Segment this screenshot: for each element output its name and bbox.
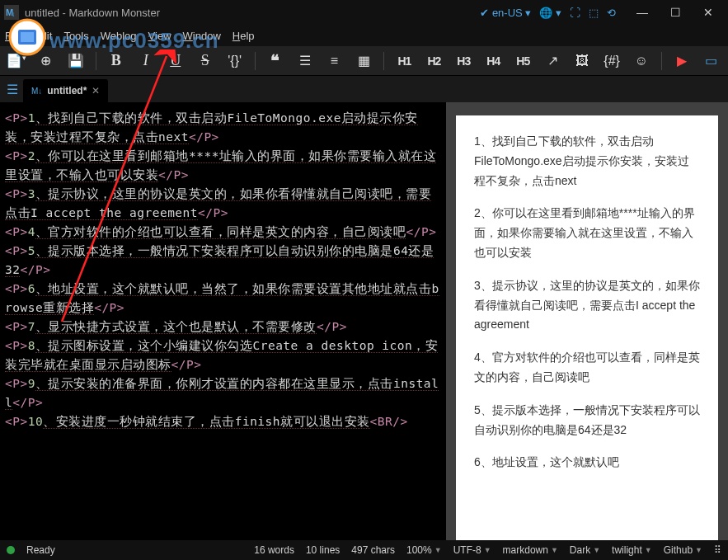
italic-button[interactable]: I [134,49,157,73]
preview-pane: 1、找到自己下载的软件，双击启动FileToMongo.exe启动提示你安装，安… [446,102,728,540]
menu-edit[interactable]: Edit [34,30,52,42]
menu-window[interactable]: Window [183,30,221,42]
preview-paragraph: 4、官方对软件的介绍也可以查看，同样是英文的内容，自己阅读吧 [474,348,700,388]
status-settings-icon[interactable]: ⠿ [714,544,721,556]
close-button[interactable]: ✕ [692,0,725,25]
h5-button[interactable]: H5 [511,49,534,73]
menubar: File Edit Tools Weblog View Window Help [0,25,728,46]
preview-content: 1、找到自己下载的软件，双击启动FileToMongo.exe启动提示你安装，安… [456,115,718,540]
status-words: 16 words [254,544,294,556]
ol-button[interactable]: ≡ [323,49,346,73]
status-zoom[interactable]: 100%▼ [406,544,442,556]
new-file-button[interactable]: 📄▾ [5,49,28,73]
quote-button[interactable]: ❝ [264,49,287,73]
window-title: untitled - Markdown Monster [25,7,160,19]
toolbar: 📄▾ ⊕ 💾 B I U S '{}' ❝ ☰ ≡ ▦ H1 H2 H3 H4 … [0,46,728,76]
hash-button[interactable]: {#} [600,49,623,73]
app-logo-icon: M↓ [3,4,20,21]
editor-pane[interactable]: <P>1、找到自己下载的软件，双击启动FileToMongo.exe启动提示你安… [0,102,446,540]
open-file-button[interactable]: ⊕ [35,49,58,73]
preview-paragraph: 5、提示版本选择，一般情况下安装程序可以自动识别你的电脑是64还是32 [474,401,700,440]
save-button[interactable]: 💾 [64,49,87,73]
status-chars: 497 chars [351,544,395,556]
menu-file[interactable]: File [5,30,22,42]
statusbar: Ready 16 words 10 lines 497 chars 100%▼ … [0,540,728,560]
preview-paragraph: 1、找到自己下载的软件，双击启动FileToMongo.exe启动提示你安装，安… [474,132,700,191]
h3-button[interactable]: H3 [452,49,475,73]
status-scheme[interactable]: twilight▼ [612,544,652,556]
expand-icon[interactable]: ⛶ [570,7,580,19]
svg-text:↓: ↓ [12,11,15,18]
sync-icon[interactable]: ⟲ [607,7,616,19]
h1-button[interactable]: H1 [392,49,416,73]
status-syntax[interactable]: markdown▼ [503,544,558,556]
status-git[interactable]: Github▼ [664,544,702,556]
fullscreen-icon[interactable]: ⬚ [589,7,599,19]
ul-button[interactable]: ☰ [294,49,317,73]
strike-button[interactable]: S [194,49,217,73]
menu-weblog[interactable]: Weblog [101,30,137,42]
preview-toggle-button[interactable]: ▭ [700,49,723,73]
menu-help[interactable]: Help [232,30,255,42]
markdown-file-icon: M↓ [31,87,42,96]
status-theme[interactable]: Dark▼ [570,544,600,556]
minimize-button[interactable]: — [626,0,659,25]
code-button[interactable]: '{}' [223,49,247,73]
preview-paragraph: 3、提示协议，这里的协议是英文的，如果你看得懂就自己阅读吧，需要点击I acce… [474,276,700,335]
sidebar-toggle-icon[interactable]: ☰ [7,82,23,102]
main-split: <P>1、找到自己下载的软件，双击启动FileToMongo.exe启动提示你安… [0,102,728,540]
menu-view[interactable]: View [148,30,171,42]
menu-tools[interactable]: Tools [63,30,88,42]
status-ready: Ready [26,544,55,556]
spellcheck-toggle[interactable]: ✔ en-US ▾ [480,7,531,19]
globe-icon[interactable]: 🌐 ▾ [539,7,561,19]
status-lines: 10 lines [306,544,340,556]
run-button[interactable]: ▶ [670,49,693,73]
link-button[interactable]: ↗ [541,49,564,73]
h4-button[interactable]: H4 [481,49,505,73]
status-dot-icon [7,546,15,554]
underline-button[interactable]: U [164,49,187,73]
tab-close-icon[interactable]: ✕ [92,85,100,96]
h2-button[interactable]: H2 [422,49,445,73]
maximize-button[interactable]: ☐ [659,0,692,25]
preview-paragraph: 6、地址设置，这个就默认吧 [474,453,700,473]
tab-label: untitled* [47,85,87,96]
emoji-button[interactable]: ☺ [630,49,653,73]
bold-button[interactable]: B [105,49,128,73]
tab-untitled[interactable]: M↓ untitled* ✕ [23,79,108,102]
titlebar: M↓ untitled - Markdown Monster ✔ en-US ▾… [0,0,728,25]
preview-paragraph: 2、你可以在这里看到邮箱地****址输入的界面，如果你需要输入就在这里设置，不输… [474,204,700,262]
status-encoding[interactable]: UTF-8▼ [453,544,491,556]
tabbar: ☰ M↓ untitled* ✕ [0,76,728,102]
image-button[interactable]: 🖼 [571,49,594,73]
table-button[interactable]: ▦ [352,49,375,73]
